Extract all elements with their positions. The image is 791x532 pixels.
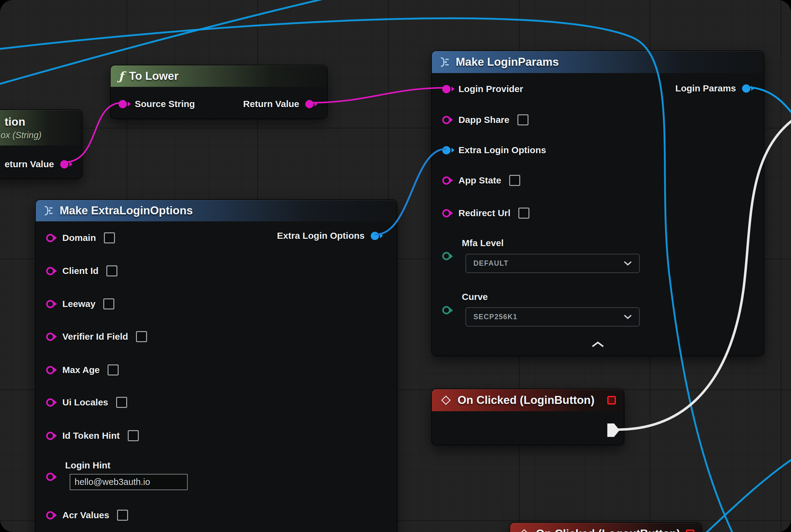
partial-return-value-row: eturn Value: [5, 158, 69, 170]
max-age-pin[interactable]: [46, 366, 54, 374]
acr-values-label: Acr Values: [62, 510, 109, 520]
dapp-share-checkbox[interactable]: [518, 114, 528, 125]
collapse-chevron-icon[interactable]: [592, 341, 604, 348]
curve-dropdown[interactable]: SECP256K1: [465, 307, 640, 326]
on-clicked-login-header: On Clicked (LoginButton): [432, 389, 624, 411]
login-hint-label: Login Hint: [65, 460, 110, 471]
client-id-row: Client Id: [46, 265, 117, 277]
ui-locales-checkbox[interactable]: [116, 397, 127, 408]
max-age-checkbox[interactable]: [108, 364, 119, 376]
login-params-out-pin[interactable]: [742, 84, 750, 93]
leeway-pin[interactable]: [46, 300, 54, 308]
id-token-hint-checkbox[interactable]: [128, 430, 139, 441]
domain-pin[interactable]: [46, 234, 54, 242]
acr-values-pin[interactable]: [46, 511, 54, 519]
extra-login-options-in-pin[interactable]: [442, 146, 450, 154]
ui-locales-pin[interactable]: [46, 398, 54, 407]
leeway-label: Leeway: [62, 299, 95, 309]
event-diamond-icon: [440, 394, 452, 406]
dapp-share-pin[interactable]: [442, 116, 450, 124]
app-state-label: App State: [459, 175, 501, 186]
make-login-params-title: Make LoginParams: [456, 56, 559, 69]
blueprint-graph-canvas[interactable]: tion ox (String) eturn Value ƒ To Lower …: [0, 0, 791, 532]
login-provider-label: Login Provider: [459, 84, 523, 94]
mfa-level-dropdown[interactable]: DEFAULT: [465, 254, 640, 273]
make-extra-login-options-title: Make ExtraLoginOptions: [60, 204, 193, 217]
extra-login-options-out-pin[interactable]: [371, 232, 379, 240]
source-string-pin[interactable]: [119, 100, 127, 108]
node-on-clicked-logout-button[interactable]: On Clicked (LogoutButton): [509, 522, 702, 532]
login-hint-pin[interactable]: [46, 473, 54, 481]
extra-login-options-out-label: Extra Login Options: [277, 230, 365, 241]
max-age-row: Max Age: [46, 364, 119, 376]
curve-label: Curve: [462, 292, 488, 302]
ui-locales-row: Ui Locales: [46, 396, 127, 408]
chevron-down-icon: [624, 315, 632, 320]
on-clicked-logout-title: On Clicked (LogoutButton): [536, 527, 680, 532]
partial-node-subtitle: ox (String): [1, 130, 42, 140]
node-to-lower[interactable]: ƒ To Lower Source String Return Value: [110, 65, 328, 119]
extra-login-options-out-row: Extra Login Options: [277, 230, 379, 242]
make-struct-icon: [43, 205, 54, 216]
acr-values-row: Acr Values: [46, 509, 128, 521]
extra-login-options-in-label: Extra Login Options: [459, 145, 546, 155]
to-lower-return-row: Return Value: [243, 98, 314, 110]
make-extra-login-options-header: Make ExtraLoginOptions: [36, 200, 397, 221]
leeway-checkbox[interactable]: [103, 299, 114, 309]
chevron-down-icon: [624, 261, 632, 266]
acr-values-checkbox[interactable]: [117, 510, 128, 521]
make-login-params-header: Make LoginParams: [432, 51, 764, 73]
id-token-hint-pin[interactable]: [46, 432, 54, 440]
widget-binding-icon[interactable]: [607, 396, 616, 404]
client-id-label: Client Id: [62, 266, 98, 276]
to-lower-header: ƒ To Lower: [111, 65, 327, 87]
app-state-checkbox[interactable]: [509, 175, 520, 186]
app-state-pin[interactable]: [442, 176, 450, 185]
node-on-clicked-login-button[interactable]: On Clicked (LoginButton): [431, 388, 624, 445]
node-make-login-params[interactable]: Make LoginParams Login Provider Dapp Sha…: [431, 51, 765, 356]
on-clicked-login-title: On Clicked (LoginButton): [458, 394, 595, 407]
dapp-share-label: Dapp Share: [459, 115, 509, 125]
max-age-label: Max Age: [62, 365, 100, 375]
partial-node-header: tion ox (String): [0, 110, 82, 146]
event-diamond-icon: [518, 528, 530, 532]
partial-return-value-label: eturn Value: [5, 159, 54, 169]
login-params-out-label: Login Params: [675, 83, 736, 94]
widget-binding-icon[interactable]: [686, 530, 694, 532]
node-partial-function[interactable]: tion ox (String) eturn Value: [0, 110, 82, 179]
verifier-id-field-row: Verifier Id Field: [46, 330, 147, 343]
verifier-id-field-checkbox[interactable]: [136, 331, 147, 342]
wire-blue-background-corner[interactable]: [700, 450, 791, 532]
login-provider-row: Login Provider: [442, 83, 523, 95]
client-id-pin[interactable]: [46, 267, 54, 275]
id-token-hint-row: Id Token Hint: [46, 430, 139, 442]
leeway-row: Leeway: [46, 298, 114, 310]
login-hint-input[interactable]: [70, 474, 188, 490]
to-lower-return-label: Return Value: [243, 99, 299, 109]
domain-checkbox[interactable]: [104, 232, 115, 243]
exec-out-pin[interactable]: [607, 423, 619, 437]
node-make-extra-login-options[interactable]: Make ExtraLoginOptions Domain Client Id …: [35, 200, 397, 532]
curve-pin[interactable]: [442, 306, 450, 314]
mfa-level-value: DEFAULT: [474, 259, 508, 268]
function-icon: ƒ: [119, 70, 123, 82]
to-lower-return-pin[interactable]: [305, 100, 314, 108]
wire-to-lower-to-login-provider[interactable]: [310, 88, 446, 103]
login-provider-pin[interactable]: [442, 85, 450, 93]
redirect-url-checkbox[interactable]: [518, 208, 529, 218]
verifier-id-field-pin[interactable]: [46, 332, 54, 341]
redirect-url-label: Redirect Url: [459, 208, 510, 218]
to-lower-title: To Lower: [129, 70, 178, 82]
mfa-level-label: Mfa Level: [462, 238, 504, 248]
domain-row: Domain: [46, 232, 115, 244]
curve-value: SECP256K1: [474, 313, 518, 321]
partial-return-value-pin[interactable]: [60, 160, 69, 169]
redirect-url-pin[interactable]: [442, 209, 450, 217]
domain-label: Domain: [62, 233, 96, 243]
partial-node-title: tion: [5, 116, 25, 128]
on-clicked-logout-header: On Clicked (LogoutButton): [510, 523, 701, 532]
source-string-row: Source String: [119, 98, 195, 110]
mfa-level-pin[interactable]: [442, 252, 450, 260]
source-string-label: Source String: [135, 99, 195, 109]
client-id-checkbox[interactable]: [107, 265, 117, 277]
